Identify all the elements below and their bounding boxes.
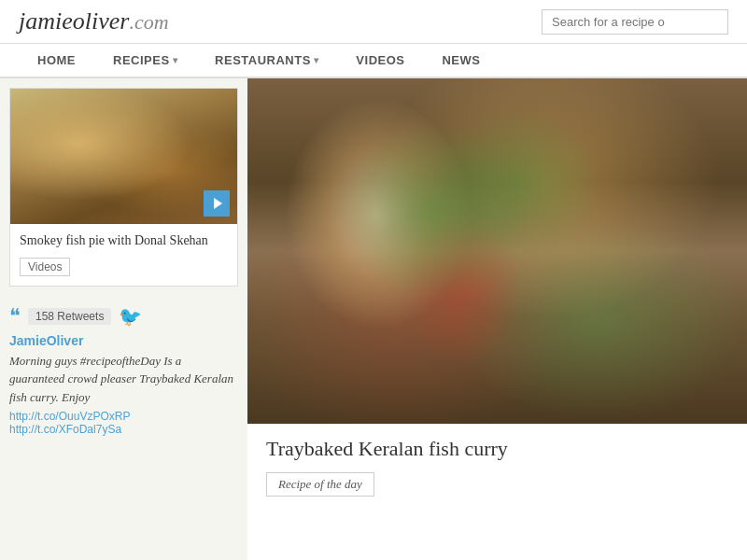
- nav-news-label: NEWS: [442, 53, 480, 67]
- play-icon: [214, 198, 222, 209]
- recipe-image: [247, 78, 747, 424]
- nav-news[interactable]: NEWS: [423, 44, 499, 77]
- logo-jamie: jamie: [19, 7, 73, 35]
- quote-icon: ❝: [9, 306, 21, 327]
- twitter-text: Morning guys #recipeoftheDay Is a guaran…: [9, 352, 238, 407]
- video-info: Smokey fish pie with Donal Skehan Videos: [10, 224, 237, 286]
- nav-videos[interactable]: VIDEOS: [337, 44, 423, 77]
- logo-dotcom: .com: [129, 10, 168, 34]
- nav-videos-label: VIDEOS: [356, 53, 404, 67]
- nav-restaurants-label: RESTAURANTS: [215, 53, 311, 67]
- video-tag[interactable]: Videos: [20, 258, 70, 276]
- twitter-link-2[interactable]: http://t.co/XFoDal7ySa: [9, 423, 238, 436]
- twitter-handle[interactable]: JamieOliver: [9, 333, 238, 348]
- recipe-main: Traybaked Keralan fish curry Recipe of t…: [247, 78, 747, 560]
- main-nav: HOME RECIPES ▾ RESTAURANTS ▾ VIDEOS NEWS: [0, 44, 747, 78]
- recipe-title: Traybaked Keralan fish curry: [266, 437, 728, 461]
- nav-recipes-label: RECIPES: [113, 53, 170, 67]
- video-title: Smokey fish pie with Donal Skehan: [20, 231, 228, 250]
- recipe-tag[interactable]: Recipe of the day: [266, 472, 374, 497]
- main-content: Smokey fish pie with Donal Skehan Videos…: [0, 78, 747, 560]
- retweet-bar: ❝ 158 Retweets 🐦: [9, 305, 238, 328]
- retweet-count: 158 Retweets: [28, 308, 111, 325]
- site-header: jamieoliver.com: [0, 0, 747, 44]
- nav-recipes[interactable]: RECIPES ▾: [94, 44, 196, 77]
- chevron-down-icon: ▾: [173, 55, 178, 65]
- logo-oliver: oliver: [73, 7, 130, 35]
- nav-restaurants[interactable]: RESTAURANTS ▾: [196, 44, 337, 77]
- sidebar: Smokey fish pie with Donal Skehan Videos…: [0, 78, 247, 560]
- video-thumbnail: [10, 89, 237, 224]
- recipe-info: Traybaked Keralan fish curry Recipe of t…: [247, 424, 747, 506]
- twitter-link-1[interactable]: http://t.co/OuuVzPOxRP: [9, 410, 238, 423]
- nav-home-label: HOME: [37, 53, 76, 67]
- video-card[interactable]: Smokey fish pie with Donal Skehan Videos: [9, 88, 238, 287]
- twitter-section: ❝ 158 Retweets 🐦 JamieOliver Morning guy…: [9, 298, 238, 444]
- play-button[interactable]: [204, 190, 230, 217]
- twitter-icon: 🐦: [119, 305, 142, 328]
- chevron-down-icon: ▾: [314, 55, 319, 65]
- search-input[interactable]: [542, 9, 728, 35]
- site-logo[interactable]: jamieoliver.com: [19, 7, 169, 35]
- nav-home[interactable]: HOME: [19, 44, 94, 77]
